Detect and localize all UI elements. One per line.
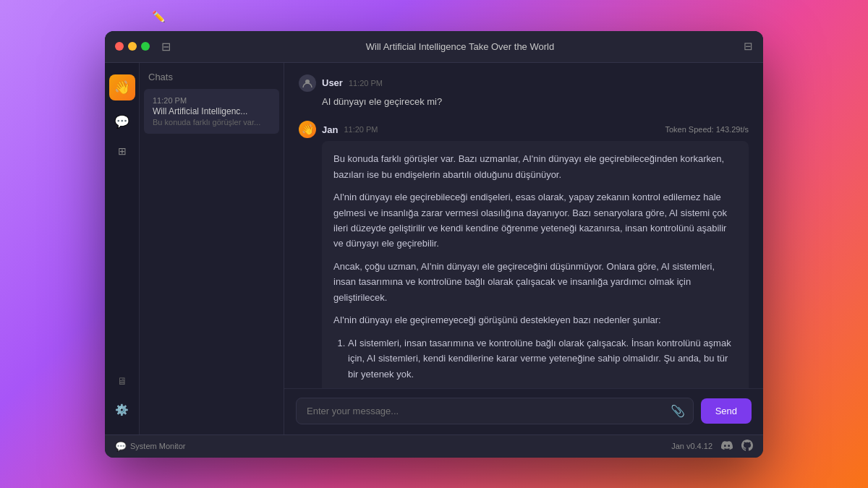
jan-para-1: AI'nin dünyayı ele geçirebileceği endişe… — [333, 189, 737, 252]
user-message-body: AI dünyayı ele geçirecek mi? — [322, 95, 749, 110]
main-content: 👋 💬 ⊞ 🖥 ⚙️ Chats 11:20 PM Will Artificia… — [105, 63, 763, 435]
settings-sidebar-icon[interactable]: ⚙️ — [109, 397, 135, 423]
message-input[interactable] — [296, 398, 694, 424]
close-button[interactable] — [115, 42, 124, 51]
user-avatar — [299, 74, 316, 92]
chat-area: User 11:20 PM AI dünyayı ele geçirecek m… — [284, 63, 763, 435]
sidebar-toggle-icon[interactable]: ⊟ — [161, 40, 171, 53]
maximize-button[interactable] — [141, 42, 150, 51]
input-wrapper: 📎 — [296, 398, 694, 424]
jan-para-0: Bu konuda farklı görüşler var. Bazı uzma… — [333, 151, 737, 182]
user-message-header: User 11:20 PM — [299, 74, 749, 92]
token-speed: Token Speed: 143.29t/s — [665, 125, 749, 134]
attach-icon[interactable]: 📎 — [671, 404, 685, 418]
minimize-button[interactable] — [128, 42, 137, 51]
chat-item-time: 11:20 PM — [153, 96, 271, 105]
chat-item-preview: Bu konuda farklı görüşler var... — [153, 118, 271, 127]
user-message: User 11:20 PM AI dünyayı ele geçirecek m… — [299, 74, 749, 110]
jan-message-time: 11:20 PM — [344, 125, 378, 134]
chat-list-item[interactable]: 11:20 PM Will Artificial Intelligenc... … — [144, 89, 279, 134]
chat-list-header: Chats — [140, 63, 284, 89]
send-button[interactable]: Send — [701, 398, 752, 424]
version-label: Jan v0.4.12 — [671, 442, 712, 450]
grid-sidebar-icon[interactable]: ⊞ — [109, 138, 135, 164]
user-message-time: 11:20 PM — [349, 79, 383, 87]
jan-message-header: 👋 Jan 11:20 PM Token Speed: 143.29t/s — [299, 121, 749, 138]
sidebar-bottom: 🖥 ⚙️ — [109, 368, 135, 429]
jan-list: AI sistemleri, insan tasarımına ve kontr… — [333, 335, 737, 388]
panel-icon[interactable]: ⊟ — [744, 40, 753, 53]
user-sender-name: User — [322, 77, 343, 88]
monitor-sidebar-icon[interactable]: 🖥 — [109, 368, 135, 394]
chat-item-title: Will Artificial Intelligenc... — [153, 106, 271, 116]
chat-sidebar-icon[interactable]: 💬 — [109, 109, 135, 135]
statusbar-right: Jan v0.4.12 — [671, 440, 753, 453]
titlebar: ⊟ Will Artificial Intelligence Take Over… — [105, 31, 763, 63]
sidebar-icons: 💬 ⊞ — [109, 109, 135, 368]
statusbar: 💬 System Monitor Jan v0.4.12 — [105, 435, 763, 458]
window-title: Will Artificial Intelligence Take Over t… — [182, 41, 738, 52]
traffic-lights — [115, 42, 150, 51]
jan-para-3: AI'nin dünyayı ele geçiremeyeceği görüşü… — [333, 312, 737, 328]
chat-list: Chats 11:20 PM Will Artificial Intellige… — [140, 63, 284, 435]
jan-sender-name: Jan — [322, 124, 338, 135]
discord-icon[interactable] — [721, 440, 733, 453]
system-monitor-item[interactable]: 💬 System Monitor — [115, 441, 185, 452]
avatar[interactable]: 👋 — [109, 74, 135, 100]
jan-message-body: Bu konuda farklı görüşler var. Bazı uzma… — [322, 141, 749, 388]
system-monitor-label: System Monitor — [130, 442, 185, 450]
github-icon[interactable] — [741, 440, 753, 453]
jan-para-2: Ancak, çoğu uzman, AI'nin dünyayı ele ge… — [333, 259, 737, 305]
chat-status-icon: 💬 — [115, 441, 127, 452]
jan-message: 👋 Jan 11:20 PM Token Speed: 143.29t/s Bu… — [299, 121, 749, 388]
jan-list-item-0: AI sistemleri, insan tasarımına ve kontr… — [348, 335, 737, 382]
icon-sidebar: 👋 💬 ⊞ 🖥 ⚙️ — [105, 63, 140, 435]
app-window: ⊟ Will Artificial Intelligence Take Over… — [105, 31, 763, 458]
jan-avatar: 👋 — [299, 121, 316, 138]
messages-container: User 11:20 PM AI dünyayı ele geçirecek m… — [284, 63, 763, 388]
input-area: 📎 Send — [284, 388, 763, 435]
